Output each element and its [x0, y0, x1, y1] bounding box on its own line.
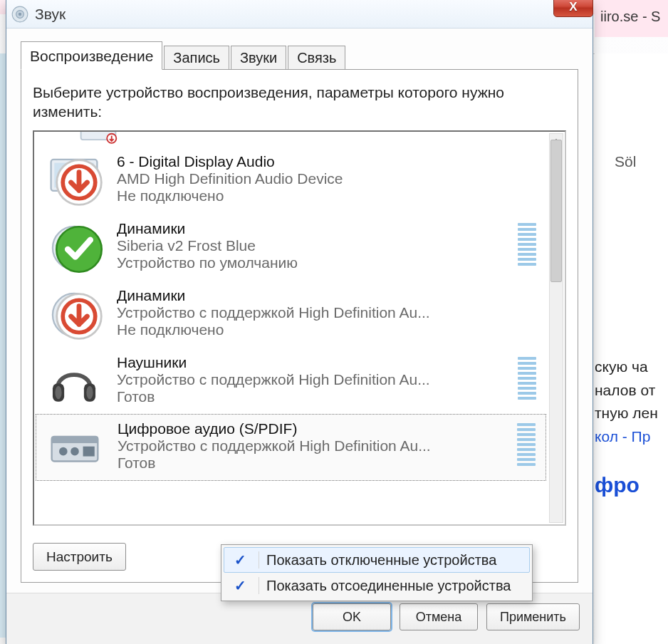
device-row[interactable]: ДинамикиSiberia v2 Frost BlueУстройство … [34, 213, 548, 280]
tabs: ВоспроизведениеЗаписьЗвукиСвязь [21, 41, 578, 70]
bg-heading-fragment[interactable]: фро [595, 473, 668, 497]
device-status: Готов [118, 455, 504, 472]
configure-label: Настроить [46, 549, 113, 565]
tab-playback[interactable]: Воспроизведение [21, 41, 162, 70]
bg-tab-title: iiro.se - S [595, 0, 668, 37]
default-badge-icon [51, 223, 107, 279]
device-status: Не подключено [117, 187, 536, 204]
bg-text-line: скую ча [595, 355, 668, 379]
bg-search-label: Söl [595, 153, 668, 170]
device-row[interactable]: Цифровое аудио (S/PDIF)Устройство с подд… [36, 414, 546, 481]
title-bar[interactable]: Звук X [6, 0, 593, 28]
unplugged-badge-icon [51, 156, 107, 212]
device-status: Устройство по умолчанию [117, 254, 505, 271]
device-row[interactable]: 6 - Digital Display AudioAMD High Defini… [34, 146, 548, 213]
tab-sounds[interactable]: Звуки [231, 46, 286, 70]
bg-page-body: Söl скую ча налов от тную лен кол - Пр ф… [595, 53, 668, 644]
menu-item-show-disconnected[interactable]: ✓Показать отсоединенные устройства [224, 573, 530, 598]
level-meter [518, 223, 536, 266]
dialog-title: Звук [35, 6, 66, 23]
device-description: Устройство с поддержкой High Definition … [117, 371, 505, 388]
tab-recording[interactable]: Запись [164, 46, 229, 70]
tab-communications[interactable]: Связь [288, 46, 345, 70]
close-button[interactable]: X [553, 0, 593, 17]
device-status: Готов [117, 388, 505, 405]
level-meter [517, 423, 536, 466]
sound-icon [11, 5, 29, 24]
svg-point-2 [19, 12, 21, 15]
device-description: Siberia v2 Frost Blue [117, 237, 505, 254]
svg-point-24 [55, 385, 61, 399]
device-status: Не подключено [117, 321, 536, 338]
device-row[interactable]: ДинамикиУстройство с поддержкой High Def… [34, 280, 548, 347]
menu-item-label: Показать отсоединенные устройства [266, 578, 511, 594]
monitor-icon [44, 153, 104, 209]
unplugged-badge-icon [51, 290, 107, 346]
headphones-icon [44, 354, 104, 410]
device-name: Цифровое аудио (S/PDIF) [118, 420, 504, 437]
menu-item-label: Показать отключенные устройства [266, 552, 496, 568]
vertical-scrollbar[interactable] [549, 133, 563, 523]
device-name: Динамики [117, 287, 536, 304]
bg-text-line: налов от [595, 379, 668, 402]
device-name: Динамики [117, 220, 505, 237]
apply-button[interactable]: Применить [486, 603, 580, 630]
device-row[interactable]: НаушникиУстройство с поддержкой High Def… [34, 347, 548, 414]
device-description: Устройство с поддержкой High Definition … [117, 304, 536, 321]
clipped-previous-device-icon [77, 132, 120, 146]
bg-text-line: тную лен [595, 402, 668, 425]
device-description: AMD High Definition Audio Device [117, 170, 536, 187]
tab-panel-playback: Выберите устройство воспроизведения, пар… [21, 69, 578, 583]
speaker-icon [44, 220, 104, 276]
bg-link-fragment[interactable]: кол - Пр [595, 425, 668, 449]
scroll-thumb[interactable] [550, 140, 562, 282]
device-name: 6 - Digital Display Audio [117, 153, 536, 170]
configure-button[interactable]: Настроить [33, 543, 126, 571]
device-name: Наушники [117, 354, 505, 371]
close-icon: X [569, 0, 577, 14]
context-menu: ✓Показать отключенные устройства✓Показат… [221, 544, 533, 601]
check-icon: ✓ [229, 551, 251, 568]
svg-rect-27 [52, 436, 98, 442]
instruction-text: Выберите устройство воспроизведения, пар… [33, 83, 566, 122]
menu-item-show-disabled[interactable]: ✓Показать отключенные устройства [224, 547, 530, 573]
speaker-icon [44, 287, 104, 343]
device-list: 6 - Digital Display AudioAMD High Defini… [33, 130, 566, 526]
svg-point-25 [86, 385, 93, 399]
svg-rect-30 [83, 446, 95, 456]
ok-button[interactable]: OK [313, 603, 391, 630]
svg-point-28 [59, 447, 68, 455]
device-description: Устройство с поддержкой High Definition … [118, 437, 504, 455]
svg-point-29 [71, 447, 79, 455]
cancel-button[interactable]: Отмена [400, 603, 478, 630]
level-meter [518, 357, 536, 400]
check-icon: ✓ [229, 577, 251, 594]
spdif-icon [45, 420, 105, 476]
